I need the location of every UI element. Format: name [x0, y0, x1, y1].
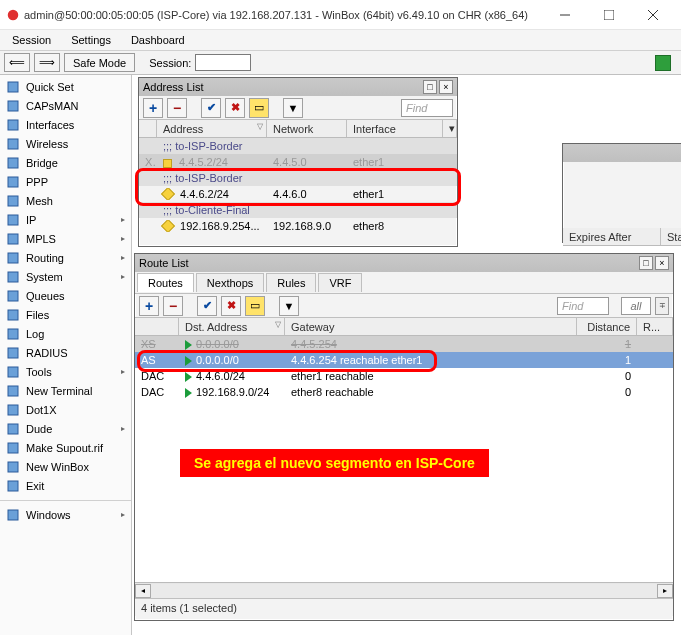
bg-window-titlebar[interactable]: □ × — [563, 144, 681, 162]
sidebar-item-log[interactable]: Log — [0, 324, 131, 343]
address-row[interactable]: ;;; to-Cliente-Final — [139, 202, 457, 218]
route-horizontal-scrollbar[interactable]: ◂ ▸ — [135, 582, 673, 598]
session-input[interactable] — [195, 54, 251, 71]
svg-rect-5 — [8, 139, 18, 149]
sidebar-item-mesh[interactable]: Mesh — [0, 191, 131, 210]
tab-vrf[interactable]: VRF — [318, 273, 362, 292]
svg-rect-17 — [8, 367, 18, 377]
sidebar-item-files[interactable]: Files — [0, 305, 131, 324]
route-disable-button[interactable]: ✖ — [221, 296, 241, 316]
address-list-window[interactable]: Address List □ × + − ✔ ✖ ▭ ▼ Find Addres… — [138, 77, 458, 247]
comment-button[interactable]: ▭ — [249, 98, 269, 118]
sidebar-item-mpls[interactable]: MPLS▸ — [0, 229, 131, 248]
col-address[interactable]: Address — [157, 120, 267, 137]
add-button[interactable]: + — [143, 98, 163, 118]
route-row[interactable]: AS0.0.0.0/04.4.6.254 reachable ether11 — [135, 352, 673, 368]
route-row[interactable]: XS0.0.0.0/04.4.5.2541 — [135, 336, 673, 352]
minimize-button[interactable] — [543, 1, 587, 29]
route-row[interactable]: DAC4.4.6.0/24ether1 reachable0 — [135, 368, 673, 384]
enable-button[interactable]: ✔ — [201, 98, 221, 118]
col-interface[interactable]: Interface — [347, 120, 443, 137]
tab-rules[interactable]: Rules — [266, 273, 316, 292]
route-row[interactable]: DAC192.168.9.0/24ether8 reachable0 — [135, 384, 673, 400]
col-expires-after[interactable]: Expires After — [563, 228, 661, 245]
addr-col-menu[interactable]: ▾ — [443, 120, 457, 137]
col-network[interactable]: Network — [267, 120, 347, 137]
sidebar-separator — [0, 495, 131, 501]
close-button[interactable] — [631, 1, 675, 29]
remove-button[interactable]: − — [167, 98, 187, 118]
address-row[interactable]: ;;; to-ISP-Border — [139, 170, 457, 186]
sidebar-item-queues[interactable]: Queues — [0, 286, 131, 305]
address-row[interactable]: 4.4.6.2/244.4.6.0ether1 — [139, 186, 457, 202]
sidebar-item-capsman[interactable]: CAPsMAN — [0, 96, 131, 115]
bg-grid-header: Expires After Status ▾ — [563, 228, 681, 246]
route-filter-button[interactable]: ▼ — [279, 296, 299, 316]
address-row[interactable]: X 4.4.5.2/244.4.5.0ether1 — [139, 154, 457, 170]
route-enable-button[interactable]: ✔ — [197, 296, 217, 316]
address-list-restore-button[interactable]: □ — [423, 80, 437, 94]
ppp-icon — [6, 175, 20, 189]
sidebar-item-label: Log — [26, 328, 44, 340]
menu-dashboard[interactable]: Dashboard — [121, 32, 195, 48]
sidebar-item-wireless[interactable]: Wireless — [0, 134, 131, 153]
back-button[interactable]: ⟸ — [4, 53, 30, 72]
sidebar-item-make-supout-rif[interactable]: Make Supout.rif — [0, 438, 131, 457]
route-remove-button[interactable]: − — [163, 296, 183, 316]
sidebar-item-tools[interactable]: Tools▸ — [0, 362, 131, 381]
tab-routes[interactable]: Routes — [137, 273, 194, 292]
address-row[interactable]: 192.168.9.254...192.168.9.0ether8 — [139, 218, 457, 234]
menu-settings[interactable]: Settings — [61, 32, 121, 48]
forward-button[interactable]: ⟹ — [34, 53, 60, 72]
col-flag[interactable] — [139, 120, 157, 137]
route-list-close-button[interactable]: × — [655, 256, 669, 270]
col-route-flag[interactable] — [135, 318, 179, 335]
chevron-right-icon: ▸ — [121, 253, 125, 262]
sidebar-item-new-winbox[interactable]: New WinBox — [0, 457, 131, 476]
sidebar-item-routing[interactable]: Routing▸ — [0, 248, 131, 267]
safe-mode-button[interactable]: Safe Mode — [64, 53, 135, 72]
disable-button[interactable]: ✖ — [225, 98, 245, 118]
tab-nexthops[interactable]: Nexthops — [196, 273, 264, 292]
route-comment-button[interactable]: ▭ — [245, 296, 265, 316]
sidebar-item-bridge[interactable]: Bridge — [0, 153, 131, 172]
col-status[interactable]: Status — [661, 228, 681, 245]
sidebar-item-dot1x[interactable]: Dot1X — [0, 400, 131, 419]
route-scope-select[interactable]: all — [621, 297, 651, 315]
svg-rect-6 — [8, 158, 18, 168]
route-scope-dropdown[interactable]: ∓ — [655, 297, 669, 315]
address-row[interactable]: ;;; to-ISP-Border — [139, 138, 457, 154]
sidebar-item-quick-set[interactable]: Quick Set — [0, 77, 131, 96]
sidebar-item-windows[interactable]: Windows▸ — [0, 505, 131, 524]
background-window[interactable]: □ × Find Expires After Status ▾ — [562, 143, 681, 243]
route-add-button[interactable]: + — [139, 296, 159, 316]
scroll-right-button[interactable]: ▸ — [657, 584, 673, 598]
sidebar-item-exit[interactable]: Exit — [0, 476, 131, 495]
address-list-titlebar[interactable]: Address List □ × — [139, 78, 457, 96]
sidebar-item-ppp[interactable]: PPP — [0, 172, 131, 191]
top-toolbar: ⟸ ⟹ Safe Mode Session: — [0, 51, 681, 75]
sidebar-item-dude[interactable]: Dude▸ — [0, 419, 131, 438]
sidebar-item-radius[interactable]: RADIUS — [0, 343, 131, 362]
col-dst-address[interactable]: Dst. Address — [179, 318, 285, 335]
menu-session[interactable]: Session — [2, 32, 61, 48]
scroll-track[interactable] — [151, 584, 657, 598]
sidebar-item-interfaces[interactable]: Interfaces — [0, 115, 131, 134]
filter-button[interactable]: ▼ — [283, 98, 303, 118]
route-list-titlebar[interactable]: Route List □ × — [135, 254, 673, 272]
sidebar-item-system[interactable]: System▸ — [0, 267, 131, 286]
maximize-button[interactable] — [587, 1, 631, 29]
route-list-window[interactable]: Route List □ × Routes Nexthops Rules VRF… — [134, 253, 674, 621]
route-find-input[interactable]: Find — [557, 297, 609, 315]
sidebar-item-new-terminal[interactable]: New Terminal — [0, 381, 131, 400]
sidebar-item-label: System — [26, 271, 63, 283]
address-find-input[interactable]: Find — [401, 99, 453, 117]
address-list-close-button[interactable]: × — [439, 80, 453, 94]
sidebar-item-ip[interactable]: IP▸ — [0, 210, 131, 229]
route-list-restore-button[interactable]: □ — [639, 256, 653, 270]
col-r[interactable]: R... — [637, 318, 673, 335]
scroll-left-button[interactable]: ◂ — [135, 584, 151, 598]
col-distance[interactable]: Distance — [577, 318, 637, 335]
sidebar-item-label: Files — [26, 309, 49, 321]
col-gateway[interactable]: Gateway — [285, 318, 577, 335]
